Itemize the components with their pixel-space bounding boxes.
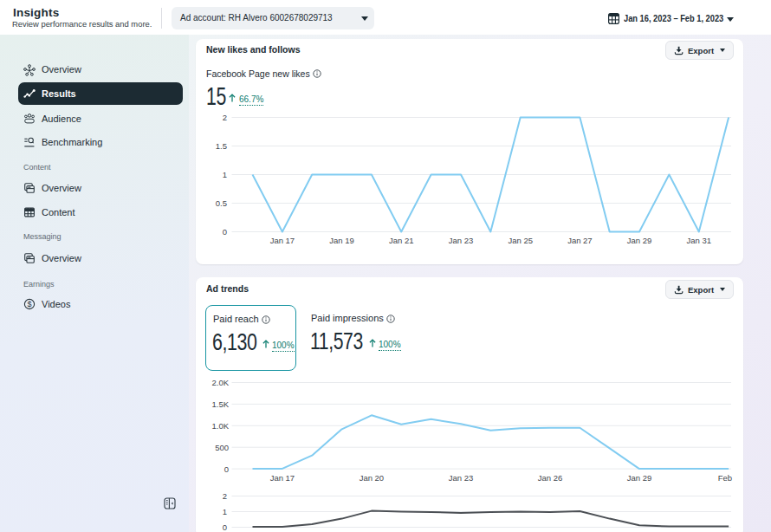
svg-text:Jan 29: Jan 29: [627, 236, 652, 245]
svg-text:Feb: Feb: [718, 473, 732, 483]
svg-text:Jan 23: Jan 23: [449, 236, 474, 245]
svg-text:500: 500: [215, 443, 229, 452]
svg-text:Jan 17: Jan 17: [270, 236, 295, 245]
svg-text:0.5: 0.5: [216, 198, 227, 208]
svg-text:Jan 19: Jan 19: [329, 236, 354, 245]
svg-text:Jan 25: Jan 25: [508, 236, 533, 245]
svg-text:Jan 27: Jan 27: [567, 236, 593, 245]
svg-text:1: 1: [223, 170, 227, 179]
svg-text:Jan 20: Jan 20: [360, 473, 385, 483]
svg-text:0: 0: [223, 227, 227, 237]
svg-text:Jan 29: Jan 29: [627, 473, 652, 483]
svg-text:Jan 21: Jan 21: [389, 236, 414, 245]
svg-text:Jan 26: Jan 26: [538, 473, 563, 483]
svg-text:2: 2: [223, 491, 227, 501]
svg-text:1: 1: [223, 507, 227, 516]
svg-text:Jan 17: Jan 17: [270, 473, 295, 483]
svg-text:2: 2: [223, 113, 227, 122]
svg-text:Jan 31: Jan 31: [687, 236, 712, 245]
svg-text:Jan 23: Jan 23: [449, 473, 474, 483]
svg-text:1.0K: 1.0K: [211, 421, 229, 431]
svg-text:1.5: 1.5: [216, 141, 227, 151]
svg-text:2.0K: 2.0K: [211, 378, 229, 387]
svg-text:0: 0: [223, 522, 227, 532]
svg-text:1.5K: 1.5K: [211, 399, 229, 409]
svg-text:0: 0: [224, 464, 229, 474]
